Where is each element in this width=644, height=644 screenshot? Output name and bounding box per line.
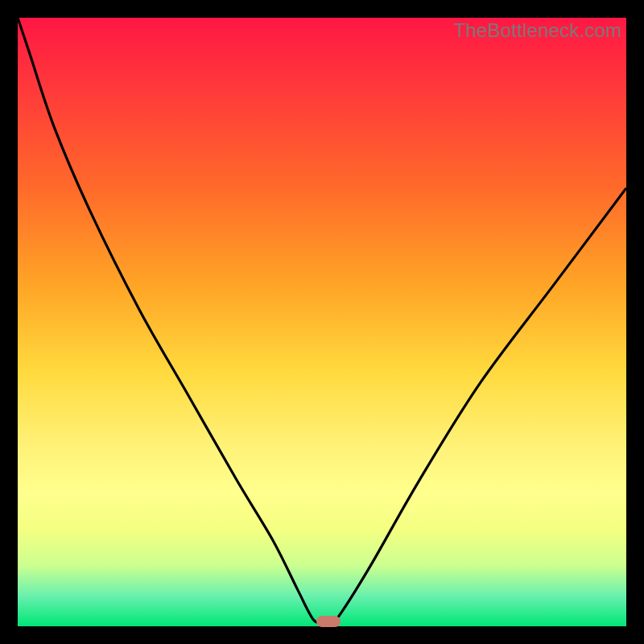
bottleneck-curve — [18, 18, 626, 626]
chart-frame: TheBottleneck.com — [0, 0, 644, 644]
optimal-marker — [316, 616, 341, 627]
curve-path — [18, 18, 626, 623]
plot-area: TheBottleneck.com — [18, 18, 626, 626]
